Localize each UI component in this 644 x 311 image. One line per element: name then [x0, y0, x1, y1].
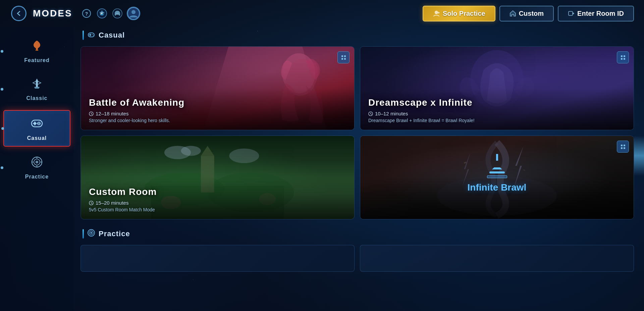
- awakening-title: Battle of Awakening: [89, 97, 346, 108]
- solo-icon: [433, 10, 440, 17]
- right-decoration: [634, 136, 644, 176]
- classic-dot: [1, 88, 3, 91]
- svg-point-53: [91, 232, 92, 233]
- practice-icon: [30, 155, 44, 172]
- featured-icon: [30, 39, 44, 55]
- custom-button[interactable]: Custom: [499, 6, 554, 21]
- back-arrow-icon: [11, 6, 26, 21]
- svg-point-29: [92, 34, 93, 35]
- casual-label: Casual: [27, 135, 47, 141]
- enter-room-icon: [568, 10, 575, 17]
- classic-icon: [30, 77, 44, 93]
- awakening-menu-icon[interactable]: [337, 51, 350, 63]
- sidebar-item-featured[interactable]: Featured: [3, 34, 70, 68]
- clock-icon: [89, 111, 94, 116]
- page-title: MODES: [33, 8, 72, 19]
- awakening-desc: Stronger and cooler-looking hero skills.: [89, 118, 346, 123]
- dreamscape-title: Dreamscape x Infinite: [368, 97, 626, 108]
- custom-time: 15–20 minutes: [89, 200, 346, 206]
- solo-practice-button[interactable]: Solo Practice: [423, 6, 495, 21]
- casual-header-icon: [87, 30, 95, 40]
- dreamscape-menu-icon[interactable]: [617, 51, 629, 63]
- infinite-brawl-card[interactable]: Infinite Brawl: [360, 136, 634, 219]
- custom-content: Custom Room 15–20 minutes 5v5 Custom Roo…: [81, 136, 354, 219]
- help-icon[interactable]: ?: [80, 7, 93, 19]
- custom-room-card[interactable]: Custom Room 15–20 minutes 5v5 Custom Roo…: [80, 136, 355, 219]
- casual-game-grid: Battle of Awakening 12–18 minutes Strong…: [80, 46, 634, 219]
- clock-icon-2: [368, 111, 373, 116]
- sidebar-item-casual[interactable]: Casual: [3, 110, 70, 147]
- clock-icon-3: [89, 201, 94, 205]
- practice-dot: [1, 166, 3, 169]
- awakening-content: Battle of Awakening 12–18 minutes Strong…: [81, 47, 354, 130]
- content-area: Casual: [74, 27, 644, 311]
- home-icon: [509, 10, 516, 17]
- enter-room-button[interactable]: Enter Room ID: [558, 6, 634, 21]
- casual-section-header: Casual: [80, 30, 634, 40]
- practice-section-header: Practice: [80, 229, 634, 239]
- practice-header-icon: [87, 229, 95, 239]
- svg-point-17: [38, 123, 39, 124]
- casual-icon: [30, 115, 44, 133]
- practice-section-title: Practice: [99, 229, 130, 238]
- header: MODES ? 🌊: [0, 0, 644, 27]
- casual-header-bar: [83, 31, 84, 40]
- practice-card-2[interactable]: [360, 245, 634, 272]
- infinite-title: Infinite Brawl: [368, 182, 626, 193]
- svg-point-22: [37, 162, 38, 163]
- svg-point-18: [39, 123, 40, 124]
- practice-label: Practice: [25, 174, 49, 180]
- practice-grid: [80, 245, 634, 272]
- sidebar-item-practice[interactable]: Practice: [3, 151, 70, 185]
- dreamscape-content: Dreamscape x Infinite 10–12 minutes Drea…: [360, 47, 634, 130]
- svg-point-30: [93, 35, 94, 36]
- svg-point-7: [131, 10, 136, 14]
- svg-point-11: [34, 122, 36, 125]
- dreamscape-time: 10–12 minutes: [368, 111, 626, 116]
- sidebar-item-classic[interactable]: Classic: [3, 72, 70, 106]
- custom-desc: 5v5 Custom Room Match Mode: [89, 207, 346, 212]
- helmet-icon[interactable]: [111, 7, 123, 19]
- avatar-icon[interactable]: [127, 7, 140, 20]
- svg-text:🌊: 🌊: [100, 12, 104, 15]
- infinite-brawl-icon: [487, 159, 507, 178]
- dreamscape-desc: Dreamscape Brawl + Infinite Brawl = Braw…: [368, 118, 626, 123]
- svg-rect-8: [569, 11, 573, 15]
- casual-dot: [1, 127, 4, 130]
- svg-text:?: ?: [85, 11, 88, 16]
- featured-dot: [1, 50, 3, 53]
- main-layout: Featured Classic: [0, 27, 644, 311]
- svg-point-24: [90, 34, 91, 36]
- dreamscape-card[interactable]: Dreamscape x Infinite 10–12 minutes Drea…: [360, 46, 634, 130]
- featured-label: Featured: [24, 57, 50, 63]
- infinite-menu-icon[interactable]: [617, 141, 629, 153]
- rank-icon[interactable]: 🌊: [96, 7, 108, 19]
- sidebar: Featured Classic: [0, 27, 74, 311]
- awakening-time: 12–18 minutes: [89, 111, 346, 116]
- header-actions: Solo Practice Custom Enter Room ID: [423, 6, 634, 21]
- classic-label: Classic: [26, 95, 47, 101]
- infinite-content: Infinite Brawl: [360, 136, 634, 219]
- header-icons: ? 🌊: [80, 7, 140, 20]
- custom-room-title: Custom Room: [89, 187, 346, 197]
- battle-of-awakening-card[interactable]: Battle of Awakening 12–18 minutes Strong…: [80, 46, 355, 130]
- practice-card-1[interactable]: [80, 245, 355, 272]
- back-button[interactable]: [10, 5, 28, 22]
- casual-section-title: Casual: [99, 31, 125, 40]
- practice-header-bar: [83, 229, 84, 239]
